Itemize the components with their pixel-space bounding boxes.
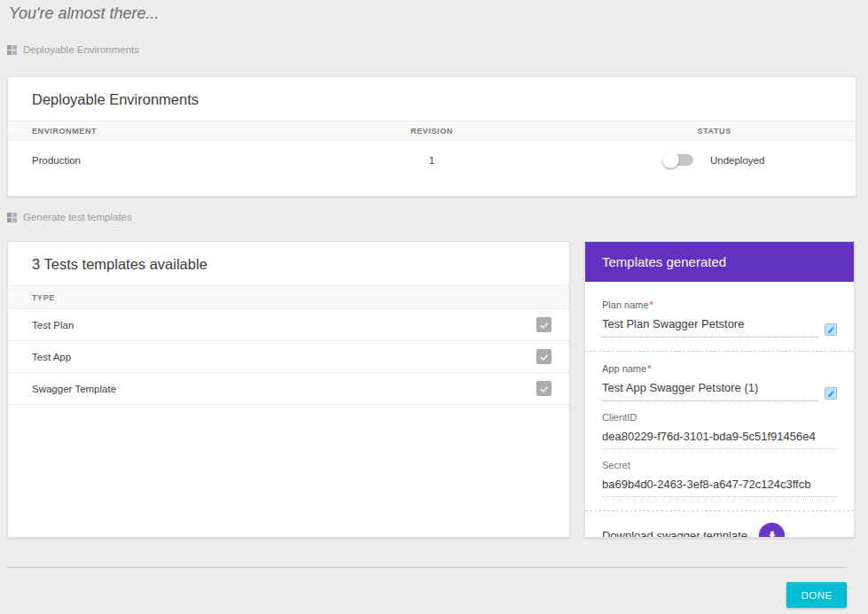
- section-header-environments: Deployable Environments: [7, 44, 139, 55]
- field-label: App name*: [602, 363, 837, 374]
- template-type: Swagger Template: [32, 384, 116, 394]
- field-label-text: Plan name: [602, 299, 649, 310]
- table-row: Test App: [8, 341, 569, 373]
- status-cell: Undeployed: [573, 154, 856, 166]
- card-title: 3 Tests templates available: [8, 242, 569, 285]
- secret-value: ba69b4d0-2463-3ef8-a647-72c124c3ffcb: [602, 478, 837, 497]
- app-name-field: App name* Test App Swagger Petstore (1): [602, 363, 837, 401]
- table-row: Test Plan: [8, 309, 569, 341]
- toggle-knob: [662, 152, 679, 168]
- plan-name-field: Plan name* Test Plan Swagger Petstore: [602, 299, 837, 338]
- column-header-status: STATUS: [573, 127, 856, 136]
- test-templates-card: 3 Tests templates available TYPE Test Pl…: [7, 241, 570, 538]
- table-row: Production 1 Undeployed: [8, 141, 856, 179]
- template-checkbox[interactable]: [536, 317, 551, 332]
- column-header-revision: REVISION: [291, 127, 574, 136]
- download-swagger-button[interactable]: [759, 523, 785, 538]
- column-header-type: TYPE: [32, 293, 55, 302]
- field-label: ClientID: [602, 412, 837, 423]
- app-name-input[interactable]: Test App Swagger Petstore (1): [602, 381, 818, 401]
- table-header: ENVIRONMENT REVISION STATUS: [8, 120, 856, 141]
- done-button[interactable]: DONE: [786, 582, 847, 608]
- generated-card-body: Plan name* Test Plan Swagger Petstore Ap…: [585, 282, 854, 538]
- download-row: Download swagger template: [602, 523, 837, 538]
- deploy-toggle[interactable]: [664, 154, 693, 166]
- table-header: TYPE: [8, 285, 569, 309]
- section-label-text: Deployable Environments: [23, 44, 139, 55]
- template-type: Test Plan: [32, 320, 74, 330]
- generated-card-title: Templates generated: [602, 254, 726, 269]
- required-marker: *: [647, 363, 651, 374]
- deployable-environments-card: Deployable Environments ENVIRONMENT REVI…: [7, 76, 856, 197]
- revision-value: 1: [291, 155, 574, 166]
- grid-icon: [7, 213, 17, 222]
- divider: [585, 510, 854, 511]
- column-header-environment: ENVIRONMENT: [8, 127, 291, 136]
- edit-icon[interactable]: [825, 323, 837, 336]
- pencil-icon: [827, 390, 835, 398]
- secret-field: Secret ba69b4d0-2463-3ef8-a647-72c124c3f…: [602, 460, 837, 497]
- divider: [585, 351, 854, 352]
- template-checkbox[interactable]: [536, 349, 551, 364]
- grid-icon: [7, 45, 17, 55]
- table-row: Swagger Template: [8, 373, 569, 405]
- check-icon: [539, 384, 550, 394]
- field-label: Secret: [602, 460, 837, 470]
- check-icon: [539, 320, 550, 330]
- section-label-text: Generate test templates: [23, 212, 132, 222]
- pencil-icon: [827, 326, 835, 334]
- plan-name-input[interactable]: Test Plan Swagger Petstore: [602, 317, 818, 338]
- card-title: Deployable Environments: [8, 77, 856, 120]
- page-title: You're almost there...: [9, 4, 160, 23]
- template-type: Test App: [32, 352, 71, 362]
- field-label: Plan name*: [602, 299, 837, 310]
- client-id-field: ClientID dea80229-f76d-3101-bda9-5c51f91…: [602, 412, 837, 449]
- section-header-templates: Generate test templates: [7, 212, 132, 222]
- generated-card-header: Templates generated: [585, 242, 854, 282]
- download-icon: [766, 530, 778, 539]
- template-checkbox[interactable]: [536, 381, 551, 396]
- field-label-text: App name: [602, 363, 646, 374]
- environment-name: Production: [8, 155, 291, 166]
- setup-wizard-screen: You're almost there... Deployable Enviro…: [0, 0, 868, 614]
- required-marker: *: [650, 299, 653, 310]
- edit-icon[interactable]: [825, 387, 837, 400]
- client-id-value: dea80229-f76d-3101-bda9-5c51f91456e4: [602, 430, 837, 449]
- download-label: Download swagger template: [602, 529, 747, 538]
- status-label: Undeployed: [710, 155, 764, 166]
- templates-generated-card: Templates generated Plan name* Test Plan…: [584, 241, 855, 538]
- check-icon: [539, 352, 550, 362]
- footer-divider: [7, 567, 847, 568]
